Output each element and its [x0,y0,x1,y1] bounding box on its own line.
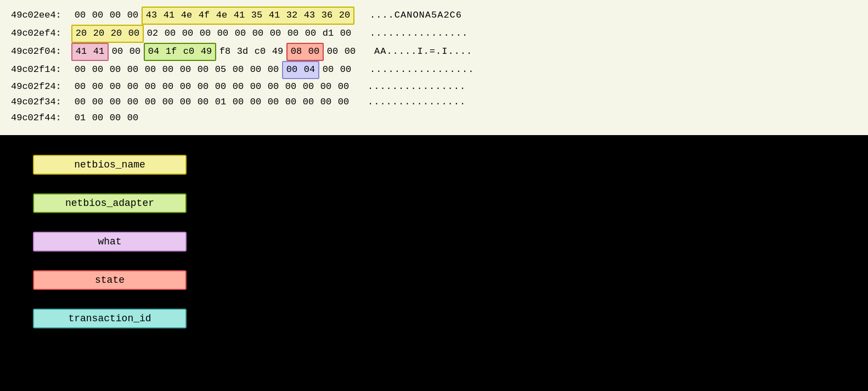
hex-ascii-1: ....CANONA5A2C6 [370,8,462,24]
label-state: state [33,270,835,294]
hl-yellow-canona: 43 41 4e 4f 4e 41 35 41 32 43 36 20 [142,7,354,25]
hex-line-3: 49c02f04: 41 41 00 00 04 1f c0 49 f8 3d … [11,43,857,61]
labels-panel: netbios_name netbios_adapter what state … [0,135,868,344]
hex-addr-2: 49c02ef4: [11,26,71,42]
label-what: what [33,232,835,256]
hex-addr-7: 49c02f44: [11,110,71,126]
hb: 00 [106,8,124,24]
hex-ascii-4: ................. [370,62,474,78]
hb: 00 [124,8,142,24]
hb: 00 [71,8,89,24]
hex-ascii-5: ................ [368,79,466,95]
hex-addr-5: 49c02f24: [11,79,71,95]
hex-line-7: 49c02f44: 01 00 00 00 [11,110,857,126]
hex-line-2: 49c02ef4: 20 20 20 00 02 00 00 00 00 00 … [11,25,857,43]
hl-yellow-spaces: 20 20 20 00 [71,25,144,43]
hex-addr-4: 49c02f14: [11,62,71,78]
hl-pink-aa: 41 41 [71,43,109,61]
hex-line-1: 49c02ee4: 00 00 00 00 43 41 4e 4f 4e 41 … [11,7,857,25]
hex-ascii-3: AA.....I.=.I.... [374,44,472,60]
label-netbios-adapter: netbios_adapter [33,193,835,217]
hl-red-0800: 08 00 [286,43,324,61]
label-netbios-name: netbios_name [33,155,835,179]
hex-addr-6: 49c02f34: [11,94,71,110]
label-transaction-id: transaction_id [33,309,835,333]
hl-green-04: 04 1f c0 49 [144,43,216,61]
hex-line-4: 49c02f14: 00 00 00 00 00 00 00 00 05 00 … [11,61,857,79]
hex-addr-1: 49c02ee4: [11,8,71,24]
hl-purple-0004: 00 04 [282,61,319,79]
hex-ascii-6: ................ [368,94,466,110]
hex-addr-3: 49c02f04: [11,44,71,60]
hex-ascii-2: ................ [370,26,468,42]
hex-dump-panel: 49c02ee4: 00 00 00 00 43 41 4e 4f 4e 41 … [0,0,868,135]
hb: 00 [89,8,106,24]
hex-line-6: 49c02f34: 00 00 00 00 00 00 00 00 01 00 … [11,94,857,110]
hex-line-5: 49c02f24: 00 00 00 00 00 00 00 00 00 00 … [11,79,857,95]
